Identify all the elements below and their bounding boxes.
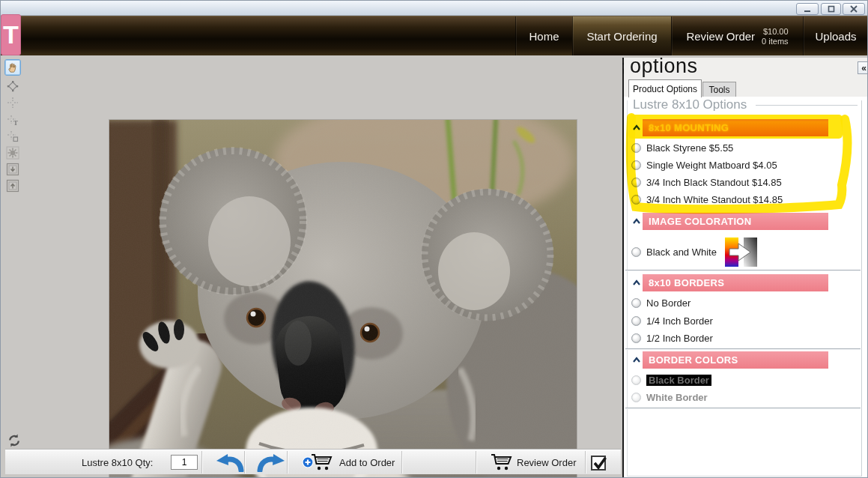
nav-home[interactable]: Home [515, 16, 572, 56]
redo-button[interactable] [255, 453, 287, 475]
refresh-button[interactable] [7, 433, 22, 448]
minimize-button[interactable] [796, 3, 819, 15]
radio-black-border[interactable] [631, 375, 641, 385]
tab-product-options[interactable]: Product Options [628, 79, 702, 97]
titlebar [1, 1, 868, 16]
effects-tool-button[interactable] [4, 145, 21, 161]
nav-start-ordering-label: Start Ordering [586, 30, 657, 43]
option-quarter-inch-border[interactable]: 1/4 Inch Border [631, 314, 713, 327]
panel-title: options [630, 55, 698, 78]
tool-palette: T [2, 55, 23, 449]
close-button[interactable] [843, 3, 865, 15]
section-divider [625, 408, 861, 408]
collapse-section-icon[interactable] [631, 278, 642, 288]
groupbox-label: Lustre 8x10 Options [630, 97, 750, 112]
nav-review-order[interactable]: Review Order $10.00 0 items [671, 16, 803, 56]
option-single-weight-matboard[interactable]: Single Weight Matboard $4.05 [631, 158, 777, 172]
option-label: No Border [646, 297, 691, 309]
color-to-bw-icon [723, 236, 761, 270]
minimize-icon [804, 6, 811, 13]
product-photo[interactable] [109, 120, 577, 478]
option-black-standout[interactable]: 3/4 Inch Black Standout $14.85 [631, 175, 782, 189]
divider [476, 451, 476, 474]
option-half-inch-border[interactable]: 1/2 Inch Border [631, 331, 713, 345]
cart-total: $10.00 [762, 27, 788, 37]
maximize-button[interactable] [821, 3, 841, 15]
bottom-toolbar: Lustre 8x10 Qty: [5, 449, 621, 474]
option-black-styrene[interactable]: Black Styrene $5.55 [631, 141, 733, 154]
option-no-border[interactable]: No Border [631, 296, 691, 309]
collapse-panel-button[interactable]: « [858, 61, 868, 74]
section-header-mounting[interactable]: 8x10 MOUNTING [643, 119, 828, 136]
close-icon [850, 5, 858, 13]
crosshair-box-icon [7, 130, 19, 142]
nav-start-ordering[interactable]: Start Ordering [572, 16, 671, 56]
add-to-cart-icon [302, 453, 335, 473]
option-label: White Border [646, 392, 708, 403]
nav-review-order-label: Review Order [686, 30, 755, 43]
radio-black-standout[interactable] [631, 178, 641, 187]
pan-tool-button[interactable] [4, 59, 21, 76]
option-black-and-white[interactable]: Black and White [631, 245, 717, 258]
undo-icon [214, 453, 246, 472]
tab-tools[interactable]: Tools [702, 82, 736, 97]
radio-quarter-inch-border[interactable] [631, 316, 641, 326]
double-left-chevron-icon: « [861, 64, 867, 73]
option-label: Black Border [646, 375, 711, 386]
collapse-section-icon[interactable] [631, 123, 642, 133]
radio-black-and-white[interactable] [631, 247, 641, 257]
radio-half-inch-border[interactable] [631, 333, 641, 343]
option-white-standout[interactable]: 3/4 Inch White Standout $14.85 [631, 193, 783, 206]
redo-icon [255, 453, 287, 472]
undo-button[interactable] [214, 453, 246, 475]
section-divider [625, 270, 861, 270]
import-tool-button[interactable] [4, 161, 21, 178]
radio-white-border[interactable] [631, 393, 641, 402]
confirm-checkbox-button[interactable] [590, 453, 609, 475]
review-order-button[interactable] [491, 453, 513, 475]
tab-tools-label: Tools [708, 85, 729, 95]
refresh-icon [7, 433, 22, 448]
boxed-down-arrow-icon [6, 163, 19, 176]
section-header-borders[interactable]: 8x10 BORDERS [643, 274, 828, 291]
review-order-label[interactable]: Review Order [517, 450, 576, 475]
sunburst-icon [6, 146, 19, 160]
main-nav: Home Start Ordering Review Order $10.00 … [1, 16, 868, 55]
options-panel: options « Product Options Tools Lustre 8… [622, 58, 868, 478]
collapse-section-icon[interactable] [631, 355, 642, 366]
divider [287, 451, 288, 474]
text-tool-button[interactable]: T [4, 112, 21, 129]
radio-black-styrene[interactable] [631, 143, 641, 153]
collapse-section-icon[interactable] [631, 217, 642, 227]
export-tool-button[interactable] [4, 178, 21, 194]
divider [585, 451, 586, 474]
add-to-order-button[interactable] [302, 453, 335, 476]
crosshair-icon [7, 97, 19, 109]
crosshair-tool-button[interactable] [4, 94, 21, 111]
groupbox-line [756, 105, 858, 106]
radio-white-standout[interactable] [631, 195, 641, 205]
add-to-order-label[interactable]: Add to Order [339, 450, 395, 475]
tab-product-options-label: Product Options [633, 84, 697, 94]
section-header-border-colors[interactable]: BORDER COLORS [643, 351, 828, 369]
move-diamond-icon [7, 80, 19, 92]
option-label: 1/4 Inch Border [646, 315, 713, 327]
option-label: Single Weight Matboard $4.05 [646, 160, 777, 171]
maximize-icon [828, 5, 835, 13]
section-header-coloration[interactable]: IMAGE COLORATION [643, 213, 828, 230]
quantity-input[interactable] [171, 455, 198, 470]
section-divider [625, 348, 861, 349]
option-black-border[interactable]: Black Border [631, 373, 711, 387]
logo-letter: T [3, 20, 19, 49]
radio-single-weight-matboard[interactable] [631, 160, 641, 170]
panel-body: Lustre 8x10 Options 8x10 MOUNTING Black … [624, 97, 868, 478]
option-white-border[interactable]: White Border [631, 390, 708, 404]
app-logo[interactable]: T [1, 14, 21, 55]
move-tool-button[interactable] [4, 78, 21, 94]
qty-label: Lustre 8x10 Qty: [82, 450, 153, 475]
radio-no-border[interactable] [631, 298, 641, 308]
nav-uploads[interactable]: Uploads [803, 16, 868, 56]
option-label: Black Styrene $5.55 [646, 142, 733, 154]
shape-tool-button[interactable] [4, 128, 21, 145]
option-label: 3/4 Inch White Standout $14.85 [646, 194, 783, 205]
